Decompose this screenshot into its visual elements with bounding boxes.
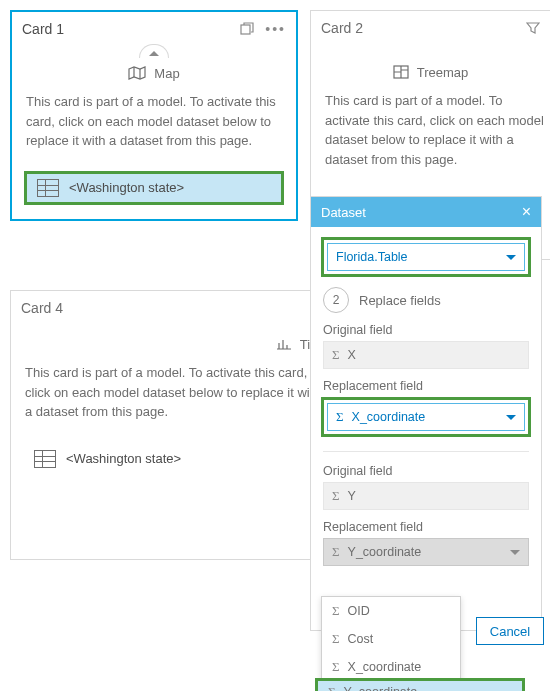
dataset-select-value: Florida.Table <box>336 250 408 264</box>
replacement-field-2-label: Replacement field <box>323 520 529 534</box>
close-icon[interactable]: × <box>522 204 531 220</box>
original-field-2-value: Y <box>348 489 356 503</box>
original-field-1-label: Original field <box>323 323 529 337</box>
map-icon <box>128 66 146 80</box>
field-dropdown: Σ OID Σ Cost Σ X_coordinate <box>321 596 461 682</box>
card-1-type-label: Map <box>154 66 179 81</box>
cancel-button[interactable]: Cancel <box>476 617 544 645</box>
collapse-toggle[interactable] <box>139 44 169 58</box>
dataset-panel-title: Dataset <box>321 205 366 220</box>
card-1-dataset-label: <Washington state> <box>69 180 184 195</box>
dataset-select-wrap: Florida.Table <box>321 237 531 277</box>
dropdown-option-x-coordinate[interactable]: Σ X_coordinate <box>322 653 460 681</box>
dropdown-option-oid[interactable]: Σ OID <box>322 597 460 625</box>
table-icon <box>37 179 59 197</box>
sigma-icon: Σ <box>336 409 344 425</box>
sigma-icon: Σ <box>328 684 336 691</box>
card-4-title: Card 4 <box>21 300 63 316</box>
dropdown-option-y-coordinate[interactable]: Σ Y_coordinate <box>315 678 525 691</box>
sigma-icon: Σ <box>332 603 340 619</box>
card-2-title: Card 2 <box>321 20 363 36</box>
sigma-icon: Σ <box>332 544 340 560</box>
original-field-1-value: X <box>348 348 356 362</box>
card-2-body: This card is part of a model. To activat… <box>311 85 550 183</box>
card-4-body: This card is part of a model. To activat… <box>11 357 329 436</box>
card-2-type: Treemap <box>311 59 550 85</box>
replacement-field-2-select[interactable]: ΣY_coordinate <box>323 538 529 566</box>
dataset-panel-header: Dataset × <box>311 197 541 227</box>
original-field-2-label: Original field <box>323 464 529 478</box>
replacement-field-1-wrap: ΣX_coordinate <box>321 397 531 437</box>
step-label: Replace fields <box>359 293 441 308</box>
card-1-body: This card is part of a model. To activat… <box>12 86 296 165</box>
more-icon[interactable]: ••• <box>265 21 286 37</box>
replacement-field-1-label: Replacement field <box>323 379 529 393</box>
table-icon <box>34 450 56 468</box>
dataset-panel: Dataset × Florida.Table 2 Replace fields… <box>310 196 542 631</box>
card-1: Card 1 ••• Map This card is part of a mo… <box>10 10 298 221</box>
card-1-dataset-row[interactable]: <Washington state> <box>24 171 284 205</box>
card-2-header: Card 2 <box>311 11 550 45</box>
card-4: Card 4 Tim This card is part of a model.… <box>10 290 330 560</box>
sigma-icon: Σ <box>332 659 340 675</box>
chevron-up-icon <box>149 51 159 56</box>
step-number: 2 <box>323 287 349 313</box>
step-row: 2 Replace fields <box>323 287 529 313</box>
card-1-type: Map <box>12 60 296 86</box>
replacement-field-1-select[interactable]: ΣX_coordinate <box>327 403 525 431</box>
sigma-icon: Σ <box>332 347 340 363</box>
dropdown-option-label: Y_coordinate <box>344 685 418 691</box>
card-4-header: Card 4 <box>11 291 329 325</box>
divider <box>323 451 529 452</box>
dropdown-option-label: Cost <box>348 632 374 646</box>
share-icon[interactable] <box>239 21 255 37</box>
card-2-type-label: Treemap <box>417 65 469 80</box>
chevron-down-icon <box>510 550 520 555</box>
time-icon <box>276 337 292 351</box>
treemap-icon <box>393 65 409 79</box>
card-4-dataset-label: <Washington state> <box>66 451 181 466</box>
sigma-icon: Σ <box>332 488 340 504</box>
chevron-down-icon <box>506 415 516 420</box>
sigma-icon: Σ <box>332 631 340 647</box>
original-field-2: Σ Y <box>323 482 529 510</box>
card-1-header: Card 1 ••• <box>12 12 296 46</box>
dropdown-option-cost[interactable]: Σ Cost <box>322 625 460 653</box>
replacement-field-1-value: X_coordinate <box>352 410 426 424</box>
dropdown-option-label: OID <box>348 604 370 618</box>
card-4-dataset-row[interactable]: <Washington state> <box>23 442 317 476</box>
dropdown-option-label: X_coordinate <box>348 660 422 674</box>
original-field-1: Σ X <box>323 341 529 369</box>
dataset-select[interactable]: Florida.Table <box>327 243 525 271</box>
cancel-button-label: Cancel <box>490 624 530 639</box>
chevron-down-icon <box>506 255 516 260</box>
card-4-type: Tim <box>11 331 329 357</box>
filter-icon[interactable] <box>526 21 540 35</box>
replacement-field-2-value: Y_coordinate <box>348 545 422 559</box>
svg-rect-0 <box>241 25 250 34</box>
card-1-title: Card 1 <box>22 21 64 37</box>
